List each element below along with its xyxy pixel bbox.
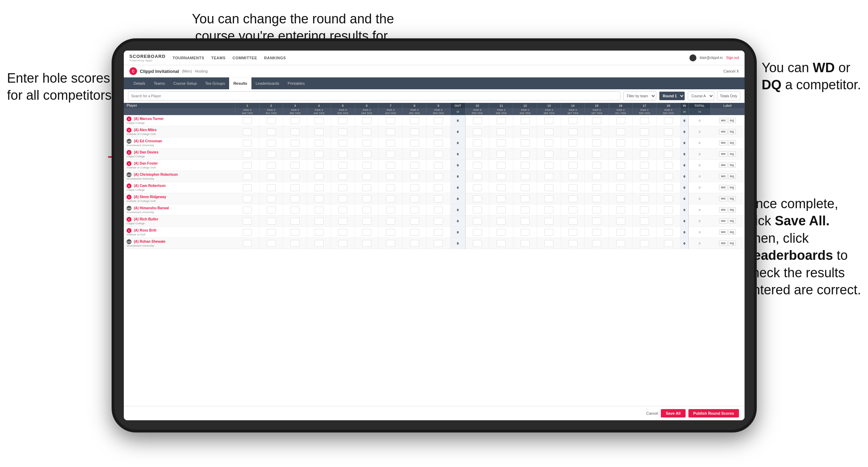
hole-7-input[interactable] bbox=[386, 240, 395, 247]
hole-4-input-cell[interactable] bbox=[307, 204, 331, 216]
hole-15-input-cell[interactable] bbox=[585, 126, 609, 137]
hole-4-input[interactable] bbox=[315, 195, 324, 202]
hole-2-input-cell[interactable] bbox=[259, 182, 283, 193]
hole-15-input[interactable] bbox=[592, 140, 601, 146]
hole-3-input-cell[interactable] bbox=[283, 149, 307, 160]
hole-14-input[interactable] bbox=[568, 162, 578, 169]
hole-10-input[interactable] bbox=[473, 218, 482, 225]
hole-11-input[interactable] bbox=[497, 218, 506, 225]
hole-12-input[interactable] bbox=[521, 173, 530, 180]
hole-7-input-cell[interactable] bbox=[379, 216, 402, 227]
hole-7-input[interactable] bbox=[386, 195, 395, 202]
hole-11-input[interactable] bbox=[497, 117, 506, 124]
dq-button[interactable]: DQ bbox=[728, 140, 736, 145]
hole-7-input-cell[interactable] bbox=[379, 171, 402, 182]
hole-9-input[interactable] bbox=[434, 117, 443, 124]
hole-14-input-cell[interactable] bbox=[561, 149, 584, 160]
dq-button[interactable]: DQ bbox=[728, 174, 736, 179]
hole-15-input-cell[interactable] bbox=[585, 216, 609, 227]
hole-3-input[interactable] bbox=[290, 173, 300, 180]
hole-14-input-cell[interactable] bbox=[561, 193, 584, 204]
hole-7-input-cell[interactable] bbox=[379, 160, 402, 171]
hole-7-input-cell[interactable] bbox=[379, 204, 402, 216]
hole-16-input-cell[interactable] bbox=[609, 115, 632, 126]
hole-15-input[interactable] bbox=[592, 195, 601, 202]
hole-13-input[interactable] bbox=[544, 229, 553, 236]
hole-18-input-cell[interactable] bbox=[656, 193, 680, 204]
hole-13-input-cell[interactable] bbox=[537, 149, 561, 160]
hole-1-input-cell[interactable] bbox=[235, 216, 259, 227]
hole-15-input[interactable] bbox=[592, 162, 601, 169]
hole-13-input[interactable] bbox=[544, 117, 553, 124]
hole-11-input-cell[interactable] bbox=[489, 115, 513, 126]
hole-15-input[interactable] bbox=[592, 184, 601, 191]
hole-3-input-cell[interactable] bbox=[283, 238, 307, 249]
hole-5-input-cell[interactable] bbox=[331, 137, 355, 149]
hole-10-input-cell[interactable] bbox=[465, 126, 489, 137]
hole-14-input-cell[interactable] bbox=[561, 216, 584, 227]
hole-1-input-cell[interactable] bbox=[235, 193, 259, 204]
hole-2-input[interactable] bbox=[267, 173, 276, 180]
nav-tournaments[interactable]: TOURNAMENTS bbox=[173, 56, 204, 60]
hole-13-input[interactable] bbox=[544, 206, 553, 213]
hole-18-input-cell[interactable] bbox=[656, 227, 680, 238]
hole-12-input-cell[interactable] bbox=[513, 126, 537, 137]
hole-5-input[interactable] bbox=[338, 206, 347, 213]
hole-11-input-cell[interactable] bbox=[489, 182, 513, 193]
hole-10-input[interactable] bbox=[473, 184, 482, 191]
wd-button[interactable]: WD bbox=[719, 218, 727, 224]
hole-17-input[interactable] bbox=[640, 162, 649, 169]
hole-15-input[interactable] bbox=[592, 173, 601, 180]
hole-5-input-cell[interactable] bbox=[331, 193, 355, 204]
hole-9-input-cell[interactable] bbox=[427, 115, 450, 126]
hole-8-input[interactable] bbox=[410, 195, 419, 202]
hole-17-input[interactable] bbox=[640, 240, 649, 247]
hole-8-input-cell[interactable] bbox=[402, 137, 426, 149]
hole-17-input[interactable] bbox=[640, 140, 649, 146]
hole-6-input[interactable] bbox=[362, 162, 371, 169]
hole-9-input[interactable] bbox=[434, 229, 443, 236]
hole-12-input-cell[interactable] bbox=[513, 193, 537, 204]
dq-button[interactable]: DQ bbox=[728, 129, 736, 134]
hole-16-input[interactable] bbox=[616, 184, 625, 191]
wd-button[interactable]: WD bbox=[719, 174, 727, 179]
hole-2-input-cell[interactable] bbox=[259, 149, 283, 160]
hole-13-input-cell[interactable] bbox=[537, 182, 561, 193]
wd-button[interactable]: WD bbox=[719, 241, 727, 246]
hole-5-input-cell[interactable] bbox=[331, 182, 355, 193]
hole-3-input-cell[interactable] bbox=[283, 216, 307, 227]
course-select[interactable]: Course A bbox=[688, 91, 714, 100]
hole-15-input-cell[interactable] bbox=[585, 137, 609, 149]
hole-11-input-cell[interactable] bbox=[489, 193, 513, 204]
hole-4-input[interactable] bbox=[315, 162, 324, 169]
hole-2-input-cell[interactable] bbox=[259, 137, 283, 149]
hole-10-input[interactable] bbox=[473, 151, 482, 158]
hole-4-input[interactable] bbox=[315, 229, 324, 236]
hole-15-input[interactable] bbox=[592, 218, 601, 225]
hole-8-input[interactable] bbox=[410, 173, 419, 180]
hole-14-input[interactable] bbox=[568, 173, 578, 180]
hole-16-input[interactable] bbox=[616, 151, 625, 158]
hole-14-input[interactable] bbox=[568, 140, 578, 146]
hole-17-input-cell[interactable] bbox=[633, 160, 656, 171]
hole-18-input-cell[interactable] bbox=[656, 137, 680, 149]
hole-3-input[interactable] bbox=[290, 151, 300, 158]
hole-14-input-cell[interactable] bbox=[561, 126, 584, 137]
hole-13-input[interactable] bbox=[544, 128, 553, 135]
action-cell[interactable]: WDDQ bbox=[711, 193, 745, 204]
hole-13-input-cell[interactable] bbox=[537, 115, 561, 126]
hole-15-input-cell[interactable] bbox=[585, 171, 609, 182]
hole-2-input[interactable] bbox=[267, 229, 276, 236]
action-cell[interactable]: WDDQ bbox=[711, 171, 745, 182]
hole-12-input-cell[interactable] bbox=[513, 204, 537, 216]
hole-7-input[interactable] bbox=[386, 184, 395, 191]
hole-11-input[interactable] bbox=[497, 240, 506, 247]
hole-17-input[interactable] bbox=[640, 151, 649, 158]
hole-4-input-cell[interactable] bbox=[307, 126, 331, 137]
hole-1-input[interactable] bbox=[243, 128, 252, 135]
hole-7-input[interactable] bbox=[386, 229, 395, 236]
hole-8-input[interactable] bbox=[410, 162, 419, 169]
hole-18-input[interactable] bbox=[664, 229, 673, 236]
hole-4-input[interactable] bbox=[315, 173, 324, 180]
hole-12-input-cell[interactable] bbox=[513, 182, 537, 193]
